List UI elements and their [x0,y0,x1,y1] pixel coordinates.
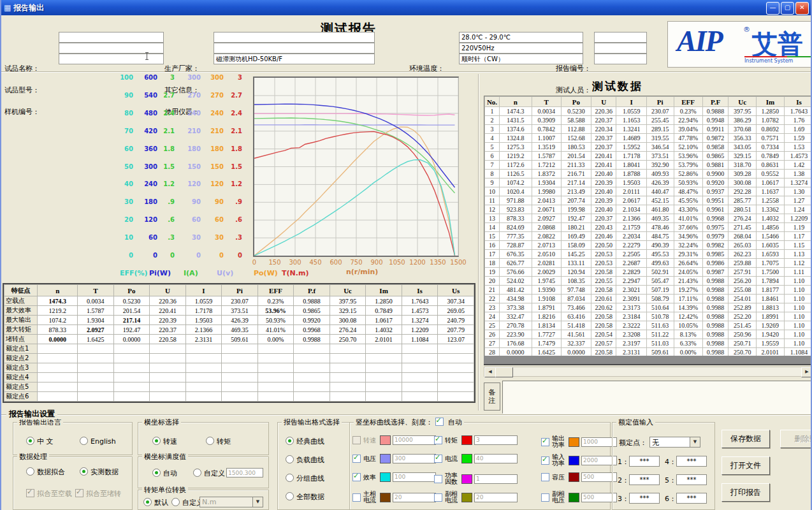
form-input[interactable]: 220V50Hz [459,43,583,54]
radio-option[interactable]: 实测数据 [80,467,119,477]
table-row[interactable]: 61219.21.5787201.54220.411.7178373.5153.… [485,152,812,161]
table-row[interactable]: 71172.61.7212211.33220.411.8041392.9053.… [485,161,812,170]
column-header[interactable]: Uc [729,97,756,107]
radio-option[interactable]: 全部数据 [286,492,324,502]
table-row[interactable]: 27176.681.747932.337220.572.3197511.036.… [485,339,812,348]
table-row[interactable]: 21431.50.390958.588220.371.1653255.4522.… [485,116,812,125]
form-input[interactable]: 28.0℃ - 29.0℃ [459,32,583,43]
radio-option[interactable]: 经典曲线 [286,437,324,446]
button-打印报告[interactable]: 打印报告 [721,483,770,502]
curve-checkbox[interactable] [434,493,442,502]
form-input[interactable]: 磁滞测功机HD-50KB/F [214,54,375,64]
table-scrollbar[interactable]: ◀ ▶ [484,367,812,377]
scale-input[interactable]: 3 [474,435,518,445]
scroll-right-button[interactable]: ▶ [801,367,812,377]
radio-option[interactable]: English [80,437,116,446]
fullscale-input[interactable]: 1500.300 [226,468,263,477]
column-header[interactable]: I [616,97,646,107]
scale-input[interactable]: 300 [393,454,436,463]
maximize-button[interactable]: ▢ [781,2,794,15]
table-row[interactable]: 14824.692.0868180.21220.432.1759478.4637… [485,223,812,232]
column-header[interactable]: No. [485,97,500,107]
column-header[interactable]: Po [561,97,591,107]
table-row[interactable]: 24332.471.821663.416220.582.3184510.7812… [485,312,812,321]
rated-field-input[interactable]: *** [676,474,707,485]
rated-field-input[interactable]: *** [629,493,660,504]
column-header[interactable]: P.F [702,97,729,107]
form-input[interactable] [214,43,375,54]
column-header[interactable]: T [532,97,561,107]
table-row[interactable]: 25270.781.813451.418220.582.3222511.6310… [485,321,812,330]
scale-input[interactable]: 40 [474,454,518,463]
table-row[interactable]: 41324.81.1007152.68220.371.4689319.5547.… [485,134,812,143]
curve-checkbox[interactable] [434,436,442,444]
curve-checkbox[interactable] [352,436,361,444]
table-row[interactable]: 17676.352.0510145.25220.532.2505495.5329… [485,250,812,259]
column-header[interactable]: EFF [674,97,702,107]
curve-checkbox[interactable] [541,473,549,481]
column-header[interactable]: Is [784,97,812,107]
button-保存数据[interactable]: 保存数据 [721,430,770,448]
form-input[interactable] [594,43,647,54]
radio-option[interactable]: 负载曲线 [286,455,324,465]
form-input[interactable] [594,32,647,43]
curve-checkbox[interactable] [541,456,549,465]
table-row[interactable]: 19576.662.0029120.94220.582.2829502.9124… [485,268,812,277]
table-row[interactable]: 11474.30.00340.5230220.361.0559230.070.2… [485,107,812,116]
remark-textarea[interactable] [502,381,812,414]
minimize-button[interactable]: — [766,2,779,15]
rated-point-dropdown[interactable]: 无▼ [649,437,700,448]
curve-checkbox[interactable] [434,475,442,483]
table-row[interactable]: 31374.60.7842112.88220.341.3241289.1539.… [485,125,812,134]
table-row[interactable]: 15777.352.0822169.49220.462.2034484.7534… [485,232,812,241]
table-row[interactable]: 81126.51.8372216.71220.401.8788409.9352.… [485,170,812,178]
close-button[interactable]: ✕ [795,2,809,15]
scroll-left-button[interactable]: ◀ [484,367,496,377]
torque-unit-dropdown[interactable]: N.m▼ [199,497,263,507]
table-row[interactable]: 16728.872.0713158.09220.502.2279490.3932… [485,241,812,250]
table-row[interactable]: 11971.882.0413207.74220.392.0617452.1545… [485,196,812,205]
column-header[interactable]: n [500,97,532,107]
form-input[interactable] [594,54,647,64]
radio-option[interactable]: 数据拟合 [26,467,65,477]
table-row[interactable]: 51275.31.3519180.53220.371.5952346.5452.… [485,143,812,152]
form-input[interactable]: 顺时针（CW） [459,54,583,64]
radio-option[interactable]: 转速 [152,437,177,446]
table-row[interactable]: 21481.421.939097.748220.582.3021507.1919… [485,286,812,295]
curve-checkbox[interactable] [352,455,361,463]
curve-checkbox[interactable] [541,438,549,446]
scale-input[interactable]: 20 [474,493,518,502]
table-row[interactable]: 23373.381.879173.466220.622.3173510.6414… [485,303,812,312]
scale-input[interactable]: 1 [474,474,518,484]
table-row[interactable]: 13878.332.0927192.47220.372.1366469.3541… [485,214,812,223]
radio-option[interactable]: 分组曲线 [286,474,324,483]
scale-input[interactable]: 100 [393,472,436,482]
scroll-thumb[interactable] [495,367,513,377]
column-header[interactable]: U [591,97,616,107]
table-row[interactable]: 101020.41.9980213.49220.402.0111440.4748… [485,187,812,196]
auto-scale-checkbox[interactable] [435,418,444,426]
radio-option[interactable]: 自动 [152,469,177,478]
form-input[interactable] [59,32,164,43]
table-row[interactable]: 12923.832.0671199.98220.402.1034461.8043… [485,205,812,214]
curve-checkbox[interactable] [352,473,361,481]
rated-field-input[interactable]: *** [676,456,707,467]
radio-option[interactable]: 自定义 [171,498,203,507]
table-row[interactable]: 18626.772.0281133.11220.532.2687499.6326… [485,259,812,268]
curve-checkbox[interactable] [541,493,549,502]
scale-input[interactable]: 10000 [393,435,436,445]
radio-option[interactable]: 默认 [143,498,168,507]
radio-option[interactable]: 自定义 [193,469,225,478]
table-row[interactable]: 280.00001.64250.0000220.582.3131509.610.… [485,348,812,357]
curve-checkbox[interactable] [434,455,442,463]
column-header[interactable]: Pi [646,97,674,107]
radio-option[interactable]: 转矩 [206,437,231,446]
radio-option[interactable]: 中 文 [26,437,54,446]
table-row[interactable]: 22434.981.910887.034220.612.3091508.7917… [485,295,812,303]
table-row[interactable]: 91074.21.9304217.14220.391.9503426.3950.… [485,178,812,187]
table-row[interactable]: 20524.021.9745108.35220.552.2947505.4721… [485,277,812,286]
column-header[interactable]: Im [756,97,784,107]
scale-input[interactable]: 20 [393,493,436,502]
rated-field-input[interactable]: *** [629,456,660,467]
rated-field-input[interactable]: *** [676,493,707,504]
